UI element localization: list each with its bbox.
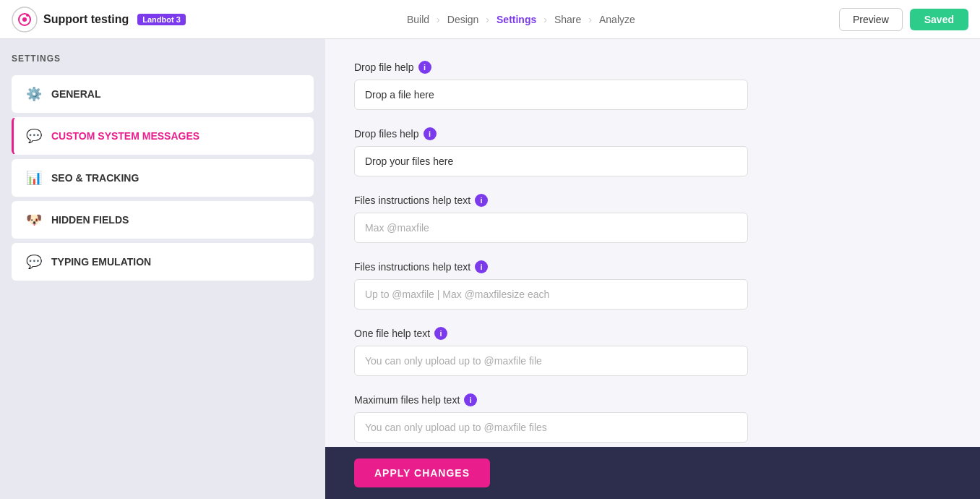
sidebar: SETTINGS ⚙️ GENERAL 💬 CUSTOM SYSTEM MESS… xyxy=(0,39,325,499)
logo-icon xyxy=(12,7,38,33)
chart-icon: 📊 xyxy=(25,170,43,186)
input-drop-file-help[interactable] xyxy=(354,80,748,110)
sidebar-label-typing-emulation: TYPING EMULATION xyxy=(51,256,151,268)
field-drop-files-help: Drop files help i xyxy=(354,127,951,176)
label-one-file-help: One file help text i xyxy=(354,327,951,340)
input-max-files-help[interactable] xyxy=(354,412,748,443)
nav-analyze[interactable]: Analyze xyxy=(592,14,642,25)
nav-links: Build › Design › Settings › Share › Anal… xyxy=(203,14,839,25)
sidebar-label-general: GENERAL xyxy=(51,88,100,100)
input-files-instructions-single[interactable] xyxy=(354,213,748,243)
field-files-instructions-multiple: Files instructions help text i xyxy=(354,260,951,310)
field-drop-file-help: Drop file help i xyxy=(354,61,951,110)
info-icon-1[interactable]: i xyxy=(424,127,437,140)
sidebar-label-seo: SEO & TRACKING xyxy=(51,172,139,184)
sidebar-label-custom-messages: CUSTOM SYSTEM MESSAGES xyxy=(51,130,199,142)
label-max-files-help: Maximum files help text i xyxy=(354,393,951,406)
field-files-instructions-single: Files instructions help text i xyxy=(354,194,951,243)
sidebar-item-custom-messages[interactable]: 💬 CUSTOM SYSTEM MESSAGES xyxy=(12,117,314,155)
apply-changes-button[interactable]: APPLY CHANGES xyxy=(354,459,490,487)
info-icon-4[interactable]: i xyxy=(434,327,447,340)
sidebar-label-hidden-fields: HIDDEN FIELDS xyxy=(51,214,129,226)
app-name: Support testing xyxy=(43,13,129,26)
field-max-files-help: Maximum files help text i xyxy=(354,393,951,443)
info-icon-2[interactable]: i xyxy=(475,194,488,207)
app-badge: Landbot 3 xyxy=(137,14,186,25)
sidebar-item-typing-emulation[interactable]: 💬 TYPING EMULATION xyxy=(12,243,314,281)
info-icon-0[interactable]: i xyxy=(418,61,431,74)
label-files-instructions-multiple: Files instructions help text i xyxy=(354,260,951,273)
sidebar-title: SETTINGS xyxy=(12,54,314,64)
dog-icon: 🐶 xyxy=(25,212,43,228)
top-navigation: Support testing Landbot 3 Build › Design… xyxy=(0,0,980,39)
main-layout: SETTINGS ⚙️ GENERAL 💬 CUSTOM SYSTEM MESS… xyxy=(0,39,980,499)
gear-icon: ⚙️ xyxy=(25,86,43,102)
label-drop-files-help: Drop files help i xyxy=(354,127,951,140)
nav-build[interactable]: Build xyxy=(400,14,437,25)
sidebar-item-seo[interactable]: 📊 SEO & TRACKING xyxy=(12,159,314,197)
nav-settings[interactable]: Settings xyxy=(489,14,543,25)
content-area: Drop file help i Drop files help i Files… xyxy=(325,39,980,499)
input-one-file-help[interactable] xyxy=(354,346,748,376)
nav-actions: Preview Saved xyxy=(839,8,968,31)
preview-button[interactable]: Preview xyxy=(839,8,903,31)
sidebar-item-hidden-fields[interactable]: 🐶 HIDDEN FIELDS xyxy=(12,201,314,239)
label-files-instructions-single: Files instructions help text i xyxy=(354,194,951,207)
bottom-bar: APPLY CHANGES xyxy=(325,447,980,499)
typing-icon: 💬 xyxy=(25,254,43,270)
info-icon-3[interactable]: i xyxy=(475,260,488,273)
sidebar-item-general[interactable]: ⚙️ GENERAL xyxy=(12,75,314,113)
info-icon-5[interactable]: i xyxy=(464,393,477,406)
svg-point-2 xyxy=(22,17,27,22)
svg-point-3 xyxy=(26,14,29,17)
label-drop-file-help: Drop file help i xyxy=(354,61,951,74)
input-drop-files-help[interactable] xyxy=(354,146,748,176)
input-files-instructions-multiple[interactable] xyxy=(354,279,748,310)
nav-share[interactable]: Share xyxy=(547,14,588,25)
app-logo: Support testing Landbot 3 xyxy=(12,7,186,33)
saved-button[interactable]: Saved xyxy=(910,9,968,30)
chat-icon: 💬 xyxy=(25,128,43,144)
field-one-file-help: One file help text i xyxy=(354,327,951,376)
nav-design[interactable]: Design xyxy=(440,14,486,25)
